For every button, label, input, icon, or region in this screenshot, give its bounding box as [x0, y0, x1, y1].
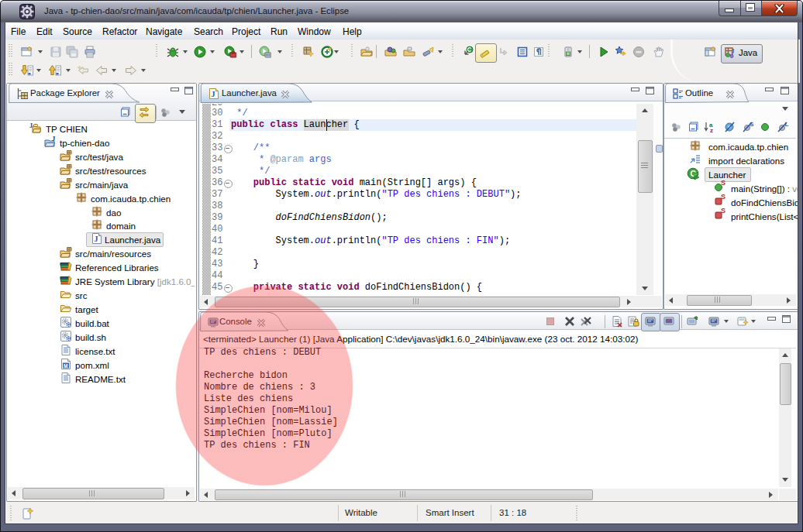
- svg-text:J: J: [731, 47, 735, 55]
- svg-text:J: J: [212, 90, 215, 98]
- svg-text:z: z: [710, 127, 713, 133]
